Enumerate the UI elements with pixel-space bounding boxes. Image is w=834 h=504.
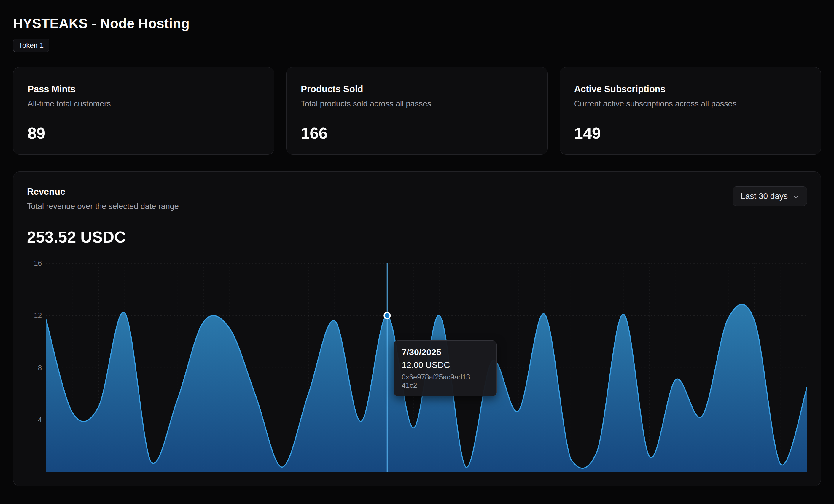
revenue-card: Revenue Total revenue over the selected … [13,171,821,486]
date-range-label: Last 30 days [741,191,788,201]
revenue-subtitle: Total revenue over the selected date ran… [27,202,179,211]
y-axis-labels: 481216 [27,263,46,472]
revenue-header: Revenue Total revenue over the selected … [27,186,807,211]
token-badge[interactable]: Token 1 [13,39,49,52]
stat-subtitle: All-time total customers [27,99,260,109]
revenue-title: Revenue [27,186,179,197]
stat-title: Active Subscriptions [574,84,807,95]
highlight-point [384,313,390,318]
y-axis-tick-label: 8 [38,364,42,372]
chart-plot-area[interactable]: 7/30/2025 12.00 USDC 0x6e978af25ac9ad13…… [46,263,807,472]
y-axis-tick-label: 4 [38,416,42,424]
y-axis-tick-label: 16 [34,259,42,268]
stat-value: 166 [301,124,533,142]
stat-card-pass-mints: Pass Mints All-time total customers 89 [13,67,275,155]
stat-value: 89 [27,124,260,142]
revenue-total-value: 253.52 USDC [27,228,807,246]
stat-title: Products Sold [301,84,533,95]
stat-value: 149 [574,124,807,142]
stat-subtitle: Current active subscriptions across all … [574,99,807,109]
stat-title: Pass Mints [27,84,260,95]
revenue-area-fill [46,304,807,472]
revenue-heading-block: Revenue Total revenue over the selected … [27,186,179,211]
stat-card-active-subscriptions: Active Subscriptions Current active subs… [559,67,821,155]
stat-subtitle: Total products sold across all passes [301,99,533,109]
stat-card-products-sold: Products Sold Total products sold across… [286,67,548,155]
revenue-chart: 481216 7/30/2025 12.00 USDC 0x6e978af25a… [27,263,807,472]
stats-row: Pass Mints All-time total customers 89 P… [13,67,821,155]
date-range-dropdown[interactable]: Last 30 days [732,186,807,206]
dashboard-page: HYSTEAKS - Node Hosting Token 1 Pass Min… [0,0,834,498]
chevron-down-icon [792,193,799,200]
area-chart-canvas[interactable] [46,263,807,472]
y-axis-tick-label: 12 [34,311,42,320]
page-title: HYSTEAKS - Node Hosting [13,16,821,31]
